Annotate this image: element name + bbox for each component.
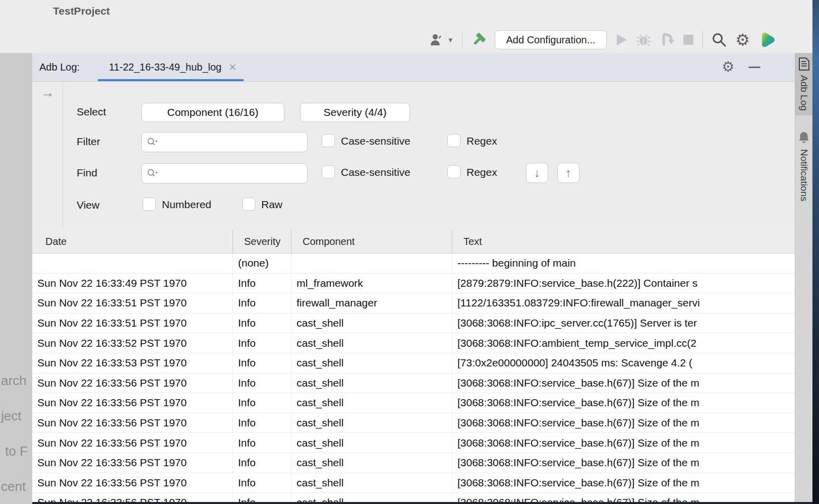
window-chrome: TestProject ▼ Add Configuration... [0, 0, 812, 53]
cell-component: cast_shell [291, 373, 452, 393]
table-row[interactable]: Sun Nov 22 16:33:56 PST 1970Infocast_she… [32, 393, 795, 413]
severity-filter-button[interactable]: Severity (4/4) [300, 103, 410, 122]
numbered-checkbox[interactable] [143, 198, 156, 211]
cell-component: cast_shell [291, 393, 452, 413]
desktop-background-edge [812, 0, 819, 504]
cell-text: [3068:3068:INFO:service_base.h(67)] Size… [452, 473, 795, 493]
bell-icon [798, 131, 810, 145]
filter-rail: → [32, 82, 63, 230]
cell-text: [3068:3068:INFO:service_base.h(67)] Size… [452, 373, 795, 393]
table-row[interactable]: Sun Nov 22 16:33:56 PST 1970Infocast_she… [32, 453, 795, 473]
cell-component: cast_shell [291, 333, 452, 353]
document-icon [798, 57, 810, 71]
find-previous-button[interactable]: ↑ [557, 163, 579, 183]
find-regex-checkbox[interactable] [447, 165, 460, 178]
log-file-tab[interactable]: 11-22_16-33-49_hub_log ✕ [98, 53, 244, 81]
filter-search-field[interactable] [141, 132, 308, 152]
find-search-field[interactable] [141, 163, 308, 183]
cell-text: --------- beginning of main [452, 254, 795, 273]
stripe-tab-notifications[interactable]: Notifications [795, 127, 812, 206]
log-table-header: Date Severity Component Text [32, 230, 795, 254]
log-table-body: (none)--------- beginning of mainSun Nov… [32, 254, 795, 504]
cell-date: Sun Nov 22 16:33:56 PST 1970 [32, 433, 233, 453]
cell-component: cast_shell [291, 473, 452, 493]
filter-case-sensitive-checkbox[interactable] [322, 134, 335, 147]
build-hammer-icon[interactable] [471, 32, 487, 48]
panel-settings-gear-icon[interactable]: ⚙ [722, 60, 734, 74]
table-row[interactable]: Sun Nov 22 16:33:56 PST 1970Infocast_she… [32, 373, 795, 394]
tool-window-stripe: Adb Log Notifications [795, 53, 812, 504]
log-file-tab-title: 11-22_16-33-49_hub_log [109, 61, 221, 73]
table-row[interactable]: Sun Nov 22 16:33:56 PST 1970Infocast_she… [32, 433, 795, 453]
user-menu-icon[interactable]: ▼ [429, 33, 454, 47]
view-label: View [77, 199, 99, 211]
cell-severity: Info [233, 453, 291, 473]
attach-debugger-icon [659, 32, 674, 47]
cell-severity: Info [233, 393, 291, 413]
component-filter-button[interactable]: Component (16/16) [141, 103, 284, 122]
table-row[interactable]: Sun Nov 22 16:33:56 PST 1970Infocast_she… [32, 413, 795, 433]
find-case-sensitive-checkbox[interactable] [322, 165, 335, 178]
column-header-severity: Severity [233, 230, 291, 253]
stripe-tab-notifications-label: Notifications [798, 149, 809, 202]
find-regex-label: Regex [466, 166, 497, 178]
cell-component: ml_framework [291, 274, 452, 293]
cell-date: Sun Nov 22 16:33:56 PST 1970 [32, 453, 233, 473]
toolbar-divider [462, 31, 462, 48]
table-row[interactable]: Sun Nov 22 16:33:51 PST 1970Infofirewall… [32, 293, 795, 313]
cell-date: Sun Nov 22 16:33:52 PST 1970 [32, 333, 233, 353]
minimize-icon[interactable] [748, 67, 760, 68]
cell-severity: Info [233, 353, 291, 373]
cell-severity: Info [233, 313, 291, 333]
cell-component: cast_shell [291, 453, 452, 473]
cell-severity: (none) [233, 254, 291, 273]
table-row[interactable]: (none)--------- beginning of main [32, 254, 795, 274]
debug-icon [636, 32, 651, 47]
table-row[interactable]: Sun Nov 22 16:33:53 PST 1970Infocast_she… [32, 353, 795, 373]
table-row[interactable]: Sun Nov 22 16:33:52 PST 1970Infocast_she… [32, 333, 795, 353]
cell-component: cast_shell [291, 433, 452, 453]
cell-date [32, 254, 233, 273]
filter-search-input[interactable] [162, 136, 307, 149]
table-row[interactable]: Sun Nov 22 16:33:51 PST 1970Infocast_she… [32, 313, 795, 334]
cell-date: Sun Nov 22 16:33:53 PST 1970 [32, 353, 233, 373]
background-text-fragment: cent [1, 479, 26, 494]
panel-label: Adb Log: [39, 61, 80, 73]
cell-component: cast_shell [291, 313, 452, 333]
chevron-down-icon: ▼ [447, 36, 454, 44]
table-row[interactable]: Sun Nov 22 16:33:56 PST 1970Infocast_she… [32, 473, 795, 493]
hide-filters-arrow-icon[interactable]: → [40, 86, 54, 230]
cell-text: [73:0x2e00000000] 24043505 ms: Scavenge … [452, 353, 795, 373]
updates-sphere-icon[interactable] [758, 31, 776, 49]
settings-gear-icon[interactable]: ⚙ [735, 32, 750, 48]
main-toolbar: ▼ Add Configuration... [429, 29, 776, 51]
close-icon[interactable]: ✕ [228, 61, 237, 73]
find-search-input[interactable] [162, 167, 307, 180]
cell-date: Sun Nov 22 16:33:56 PST 1970 [32, 393, 233, 413]
filter-section: → Select Component (16/16) Severity (4/4… [32, 82, 795, 230]
cell-severity: Info [233, 333, 291, 353]
add-configuration-button[interactable]: Add Configuration... [495, 30, 607, 49]
toolbar-divider [703, 31, 703, 48]
stripe-tab-adb-log[interactable]: Adb Log [795, 53, 812, 115]
search-icon [147, 168, 159, 179]
table-row[interactable]: Sun Nov 22 16:33:49 PST 1970Infoml_frame… [32, 274, 795, 294]
cell-date: Sun Nov 22 16:33:56 PST 1970 [32, 373, 233, 393]
find-next-button[interactable]: ↓ [526, 163, 548, 183]
raw-checkbox[interactable] [242, 198, 255, 211]
column-header-date: Date [32, 230, 233, 253]
adb-log-tab-bar: Adb Log: 11-22_16-33-49_hub_log ✕ ⚙ [32, 53, 795, 82]
run-icon [615, 33, 628, 47]
adb-log-panel: Adb Log: 11-22_16-33-49_hub_log ✕ ⚙ → Se… [32, 53, 795, 504]
find-label: Find [77, 167, 97, 179]
panel-actions: ⚙ [722, 53, 760, 81]
stripe-tab-adb-log-label: Adb Log [798, 75, 809, 111]
search-icon[interactable] [711, 32, 727, 48]
filter-regex-checkbox[interactable] [447, 134, 460, 147]
cell-severity: Info [233, 373, 291, 393]
raw-label: Raw [261, 199, 282, 211]
window-bottom-edge [32, 502, 812, 504]
cell-text: [3068:3068:INFO:ipc_server.cc(1765)] Ser… [452, 313, 795, 333]
cell-text: [3068:3068:INFO:service_base.h(67)] Size… [452, 433, 795, 453]
cell-severity: Info [233, 473, 291, 493]
